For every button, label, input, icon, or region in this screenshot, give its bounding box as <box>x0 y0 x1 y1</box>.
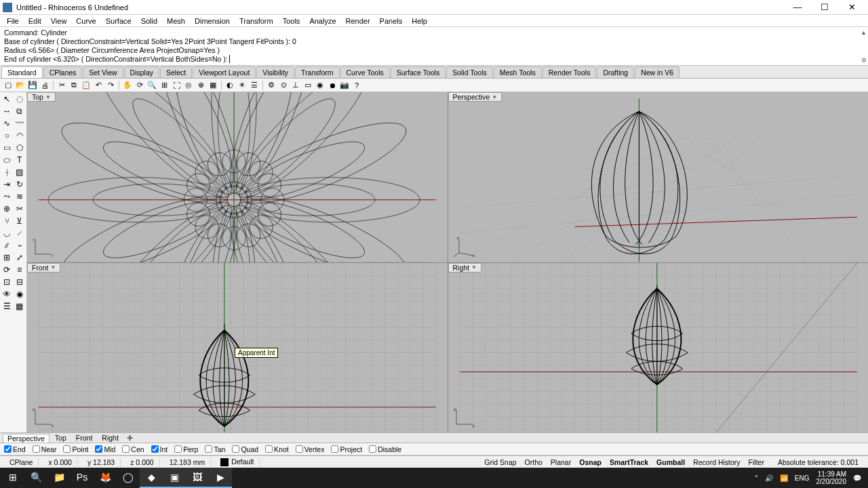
viewport-right[interactable]: Right▼ yz <box>448 263 869 433</box>
tool-group[interactable]: ⊡ <box>1 276 14 288</box>
tool-join[interactable]: ⊻ <box>14 215 26 227</box>
status-toggle-smarttrack[interactable]: SmartTrack <box>606 458 652 466</box>
minimize-button[interactable]: — <box>784 1 811 14</box>
status-toggle-grid-snap[interactable]: Grid Snap <box>480 458 520 466</box>
zoom-dynamic-icon[interactable]: 🔍 <box>146 80 157 91</box>
tool-rotate[interactable]: ⟳ <box>1 264 14 276</box>
view-tab-perspective[interactable]: Perspective <box>3 434 50 443</box>
tool-text[interactable]: T <box>14 154 26 166</box>
pan-icon[interactable]: ✋ <box>122 80 133 91</box>
open-icon[interactable]: 📂 <box>15 80 26 91</box>
chevron-down-icon[interactable]: ▼ <box>45 94 51 100</box>
record-icon[interactable]: ⏺ <box>327 80 338 91</box>
status-toggle-osnap[interactable]: Osnap <box>575 458 606 466</box>
copy-icon[interactable]: ⧉ <box>68 80 79 91</box>
osnap-point[interactable]: Point <box>63 445 88 453</box>
taskbar-camtasia[interactable]: ▶ <box>209 468 232 488</box>
tool-loft[interactable]: ≋ <box>14 190 26 203</box>
tool-polygon[interactable]: ⬠ <box>14 142 26 154</box>
chevron-down-icon[interactable]: ▼ <box>51 264 56 270</box>
ribbon-tab-viewport-layout[interactable]: Viewport Layout <box>193 66 256 78</box>
tray-language[interactable]: ENG <box>795 474 810 482</box>
menu-tools[interactable]: Tools <box>279 16 304 26</box>
tool-hide[interactable]: 👁 <box>1 288 14 300</box>
tool-scale[interactable]: ⤢ <box>14 251 26 264</box>
viewport-perspective[interactable]: Perspective▼ <box>448 92 869 262</box>
zoom-window-icon[interactable]: ⊞ <box>159 80 170 91</box>
menu-dimension[interactable]: Dimension <box>191 16 234 26</box>
osnap-disable[interactable]: Disable <box>369 445 401 453</box>
ribbon-tab-drafting[interactable]: Drafting <box>597 66 634 78</box>
status-cplane[interactable]: CPlane <box>4 458 39 466</box>
menu-edit[interactable]: Edit <box>24 16 45 26</box>
ribbon-tab-standard[interactable]: Standard <box>1 66 43 78</box>
taskbar-app1[interactable]: ◯ <box>117 468 140 488</box>
status-toggle-planar[interactable]: Planar <box>547 458 575 466</box>
osnap-perp[interactable]: Perp <box>174 445 198 453</box>
menu-panels[interactable]: Panels <box>376 16 407 26</box>
osnap-end[interactable]: End <box>4 445 26 453</box>
menu-help[interactable]: Help <box>408 16 431 26</box>
tool-array[interactable]: ⊞ <box>1 251 14 264</box>
viewport-label-right[interactable]: Right▼ <box>448 263 481 272</box>
taskbar-start[interactable]: ⊞ <box>1 468 24 488</box>
ribbon-tab-transform[interactable]: Transform <box>295 66 339 78</box>
osnap-tan[interactable]: Tan <box>205 445 225 453</box>
tool-hatch[interactable]: ▨ <box>14 166 26 178</box>
viewport-front[interactable]: Front▼ Apparent Int xz <box>27 263 448 433</box>
status-toggle-gumball[interactable]: Gumball <box>652 458 689 466</box>
osnap-icon[interactable]: ◉ <box>315 80 326 91</box>
object-snap-icon[interactable]: ⊙ <box>278 80 289 91</box>
ribbon-tab-solid-tools[interactable]: Solid Tools <box>446 66 493 78</box>
taskbar-firefox[interactable]: 🦊 <box>94 468 117 488</box>
print-icon[interactable]: 🖨 <box>39 80 50 91</box>
command-prompt[interactable]: End of cylinder <6.320> ( DirectionConst… <box>4 55 864 64</box>
view-tab-right[interactable]: Right <box>98 434 123 442</box>
tray-notifications-icon[interactable]: 💬 <box>853 474 861 482</box>
zoom-selected-icon[interactable]: ◎ <box>183 80 194 91</box>
menu-view[interactable]: View <box>47 16 71 26</box>
tool-ungroup[interactable]: ⊟ <box>14 276 26 288</box>
menu-surface[interactable]: Surface <box>102 16 136 26</box>
taskbar-photos[interactable]: 🖼 <box>186 468 209 488</box>
tool-extrude[interactable]: ⇥ <box>1 178 14 190</box>
tool-sweep[interactable]: ⤳ <box>1 190 14 203</box>
tool-dimension[interactable]: ⟊ <box>1 166 14 178</box>
tool-layer[interactable]: ☰ <box>1 300 14 312</box>
tool-pointer[interactable]: ↖ <box>1 93 14 105</box>
menu-analyze[interactable]: Analyze <box>305 16 340 26</box>
view-tab-top[interactable]: Top <box>51 434 71 442</box>
tool-circle[interactable]: ○ <box>1 129 14 142</box>
menu-curve[interactable]: Curve <box>72 16 100 26</box>
osnap-project[interactable]: Project <box>331 445 362 453</box>
status-toggle-ortho[interactable]: Ortho <box>521 458 547 466</box>
tool-lasso[interactable]: ◌ <box>14 93 26 105</box>
tool-chamfer[interactable]: ⟋ <box>14 227 26 239</box>
zoom-extents-icon[interactable]: ⛶ <box>171 80 182 91</box>
paste-icon[interactable]: 📋 <box>81 80 92 91</box>
viewport-label-front[interactable]: Front▼ <box>27 263 60 272</box>
help-icon[interactable]: ? <box>351 80 362 91</box>
maximize-button[interactable]: ☐ <box>811 1 838 14</box>
viewport-top[interactable]: Top▼ xy <box>27 92 448 262</box>
ortho-icon[interactable]: ⊥ <box>290 80 301 91</box>
tool-fillet[interactable]: ◡ <box>1 227 14 239</box>
shade-icon[interactable]: ◐ <box>224 80 235 91</box>
undo-icon[interactable]: ↶ <box>93 80 104 91</box>
menu-render[interactable]: Render <box>342 16 374 26</box>
tool-move[interactable]: ↔ <box>1 105 14 117</box>
planar-icon[interactable]: ▭ <box>302 80 313 91</box>
status-toggle-record-history[interactable]: Record History <box>689 458 744 466</box>
ribbon-tab-display[interactable]: Display <box>124 66 159 78</box>
snapshot-icon[interactable]: 📷 <box>339 80 350 91</box>
taskbar-explorer[interactable]: 📁 <box>47 468 71 488</box>
tool-ellipse[interactable]: ⬭ <box>1 154 14 166</box>
tray-clock[interactable]: 11:39 AM 2/20/2020 <box>816 470 847 485</box>
ribbon-tab-visibility[interactable]: Visibility <box>256 66 294 78</box>
taskbar-photoshop[interactable]: Ps <box>71 468 94 488</box>
set-view-icon[interactable]: ▦ <box>208 80 218 91</box>
ribbon-tab-new-in-v6[interactable]: New in V6 <box>635 66 679 78</box>
taskbar-app3[interactable]: ▣ <box>163 468 186 488</box>
zoom-target-icon[interactable]: ⊕ <box>195 80 206 91</box>
menu-mesh[interactable]: Mesh <box>163 16 189 26</box>
